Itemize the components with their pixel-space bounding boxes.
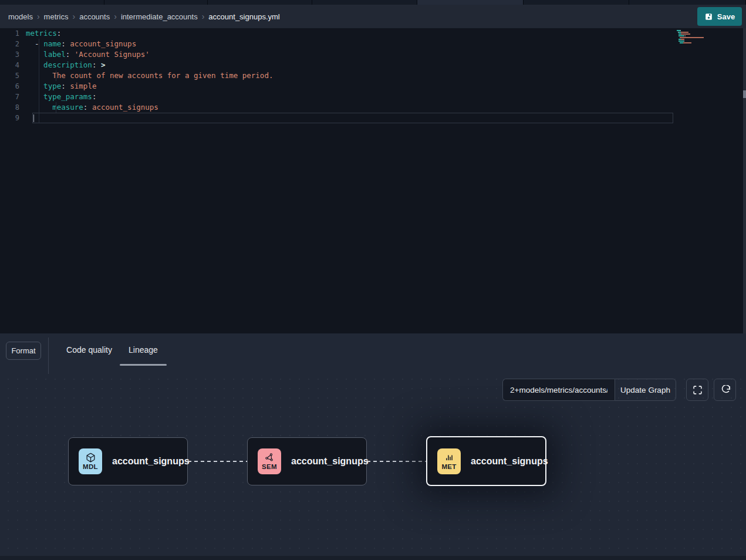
node-label: account_signups — [112, 456, 190, 467]
panel-bottom-edge — [0, 556, 746, 560]
lineage-node-semantic-model[interactable]: SEM account_signups — [247, 437, 367, 485]
bottom-panel: Format Code quality Lineage Update Graph — [0, 333, 746, 560]
editor-tab[interactable] — [524, 0, 629, 5]
tab-lineage-label: Lineage — [129, 345, 158, 355]
code-line: 7 type_params: — [0, 92, 746, 102]
editor-tab[interactable] — [104, 0, 208, 5]
line-number: 1 — [0, 28, 26, 39]
editor-tab[interactable] — [0, 0, 104, 5]
lineage-selector-input[interactable] — [502, 379, 615, 401]
breadcrumb-separator-icon: › — [114, 12, 117, 21]
current-line-highlight — [32, 113, 673, 123]
code-line: 6 type: simple — [0, 81, 746, 92]
editor-scrollbar-thumb[interactable] — [743, 90, 746, 98]
breadcrumb-separator-icon: › — [72, 12, 75, 21]
code-line: 2 - name: account_signups — [0, 39, 746, 49]
network-icon — [265, 453, 275, 463]
breadcrumb-separator-icon: › — [202, 12, 205, 21]
indent-guide — [39, 39, 39, 123]
indent-guide — [56, 102, 56, 113]
text-cursor — [33, 114, 34, 122]
lineage-edge — [188, 461, 247, 462]
tab-code-quality[interactable]: Code quality — [63, 333, 116, 366]
code-line: 4 description: > — [0, 60, 746, 70]
code-line: 8 measure: account_signups — [0, 102, 746, 113]
node-badge-met: MET — [437, 448, 461, 474]
line-number: 7 — [0, 92, 26, 102]
breadcrumb-item[interactable]: metrics — [44, 12, 69, 21]
minimap[interactable] — [677, 30, 711, 46]
node-label: account_signups — [291, 456, 369, 467]
node-badge-label: MET — [441, 463, 456, 470]
line-number: 2 — [0, 39, 26, 49]
breadcrumb-separator-icon: › — [37, 12, 40, 21]
indent-guide — [56, 70, 56, 81]
breadcrumb-bar: models › metrics › accounts › intermedia… — [0, 5, 746, 28]
line-number: 6 — [0, 81, 26, 92]
code-line: 5 The count of new accounts for a given … — [0, 70, 746, 81]
code-region: 1metrics:2 - name: account_signups3 labe… — [0, 28, 746, 123]
save-icon — [704, 12, 713, 21]
lineage-edge — [367, 461, 426, 462]
breadcrumb-current-file: account_signups.yml — [208, 12, 279, 21]
tab-active-underline — [120, 364, 167, 366]
editor-tab[interactable] — [629, 0, 746, 5]
ide-window: models › metrics › accounts › intermedia… — [0, 0, 746, 560]
editor-tab[interactable] — [312, 0, 417, 5]
update-graph-button[interactable]: Update Graph — [615, 379, 676, 401]
node-badge-label: MDL — [83, 463, 98, 470]
lineage-node-model[interactable]: MDL account_signups — [68, 437, 188, 485]
code-editor[interactable]: 1metrics:2 - name: account_signups3 labe… — [0, 28, 746, 333]
format-button[interactable]: Format — [6, 342, 41, 360]
editor-tabstrip — [0, 0, 746, 5]
line-number: 5 — [0, 70, 26, 81]
node-badge-sem: SEM — [258, 448, 281, 474]
line-number: 3 — [0, 49, 26, 60]
bar-chart-icon — [444, 453, 454, 463]
cube-icon — [86, 453, 96, 463]
editor-tab-active[interactable] — [417, 0, 524, 5]
divider — [48, 338, 49, 374]
code-line: 3 label: 'Account Signups' — [0, 49, 746, 60]
breadcrumb-item[interactable]: intermediate_accounts — [121, 12, 198, 21]
lineage-node-metric-selected[interactable]: MET account_signups — [426, 436, 546, 486]
fullscreen-button[interactable] — [686, 379, 708, 401]
save-button-label: Save — [717, 12, 735, 21]
editor-scrollbar[interactable] — [743, 28, 746, 333]
line-number: 4 — [0, 60, 26, 70]
breadcrumb-item[interactable]: accounts — [79, 12, 110, 21]
tab-lineage[interactable]: Lineage — [120, 333, 167, 366]
line-number: 9 — [0, 113, 26, 123]
code-line: 1metrics: — [0, 28, 746, 39]
fullscreen-icon — [693, 385, 703, 395]
editor-tab[interactable] — [208, 0, 312, 5]
refresh-icon — [720, 385, 730, 395]
save-button[interactable]: Save — [697, 7, 742, 26]
node-badge-label: SEM — [262, 463, 277, 470]
refresh-button[interactable] — [714, 379, 736, 401]
line-number: 8 — [0, 102, 26, 113]
node-label: account_signups — [471, 456, 548, 467]
tab-code-quality-label: Code quality — [66, 345, 112, 355]
breadcrumb-item[interactable]: models — [8, 12, 33, 21]
node-badge-mdl: MDL — [79, 448, 102, 474]
